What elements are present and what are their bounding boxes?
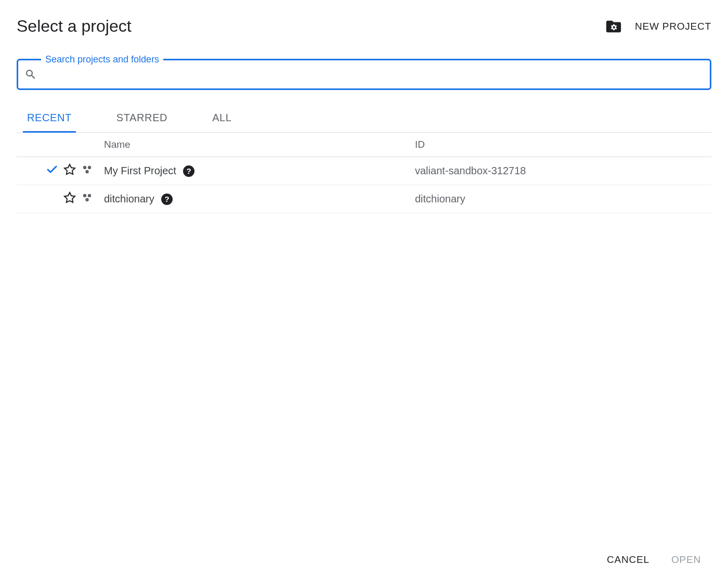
table-row[interactable]: My First Project ? valiant-sandbox-31271… xyxy=(17,157,711,185)
project-id: ditchionary xyxy=(415,193,711,205)
search-icon xyxy=(24,68,37,81)
row-name-cell: My First Project ? xyxy=(104,165,415,177)
open-button[interactable]: OPEN xyxy=(671,554,701,566)
svg-point-3 xyxy=(85,170,88,173)
row-name-cell: ditchionary ? xyxy=(104,193,415,205)
project-icon xyxy=(81,163,94,178)
search-label: Search projects and folders xyxy=(41,54,163,65)
column-header-id[interactable]: ID xyxy=(415,139,711,150)
search-input[interactable] xyxy=(42,69,704,81)
row-icons xyxy=(17,191,104,207)
select-project-dialog: Select a project NEW PROJECT Search proj… xyxy=(0,0,728,578)
row-icons xyxy=(17,163,104,178)
svg-point-9 xyxy=(85,198,88,201)
table-row[interactable]: ditchionary ? ditchionary xyxy=(17,185,711,213)
star-icon[interactable] xyxy=(63,191,76,207)
svg-point-8 xyxy=(88,194,91,197)
tab-starred[interactable]: STARRED xyxy=(112,105,172,133)
project-table: Name ID My Fir xyxy=(17,133,711,548)
table-header: Name ID xyxy=(17,133,711,157)
project-name: ditchionary xyxy=(104,193,154,205)
project-id: valiant-sandbox-312718 xyxy=(415,165,711,177)
svg-text:?: ? xyxy=(164,195,169,203)
tab-all[interactable]: ALL xyxy=(208,105,236,133)
project-icon xyxy=(81,191,94,207)
check-icon xyxy=(46,163,58,178)
svg-text:?: ? xyxy=(186,166,191,175)
cancel-button[interactable]: CANCEL xyxy=(607,554,649,566)
dialog-title: Select a project xyxy=(17,17,132,36)
project-name: My First Project xyxy=(104,165,176,177)
header-actions: NEW PROJECT xyxy=(605,18,711,35)
help-icon[interactable]: ? xyxy=(183,165,195,177)
svg-point-2 xyxy=(88,166,91,169)
tab-recent[interactable]: RECENT xyxy=(23,105,76,133)
tabs: RECENT STARRED ALL xyxy=(17,105,711,133)
svg-marker-6 xyxy=(64,192,75,202)
new-project-button[interactable]: NEW PROJECT xyxy=(635,21,711,32)
folder-settings-icon[interactable] xyxy=(605,18,622,35)
column-header-name[interactable]: Name xyxy=(104,139,415,150)
dialog-footer: CANCEL OPEN xyxy=(17,548,711,566)
search-field[interactable]: Search projects and folders xyxy=(17,59,711,90)
star-icon[interactable] xyxy=(63,163,76,178)
svg-point-7 xyxy=(83,194,86,197)
help-icon[interactable]: ? xyxy=(161,193,173,205)
dialog-header: Select a project NEW PROJECT xyxy=(17,17,711,36)
svg-point-1 xyxy=(83,166,86,169)
svg-marker-0 xyxy=(64,164,75,174)
